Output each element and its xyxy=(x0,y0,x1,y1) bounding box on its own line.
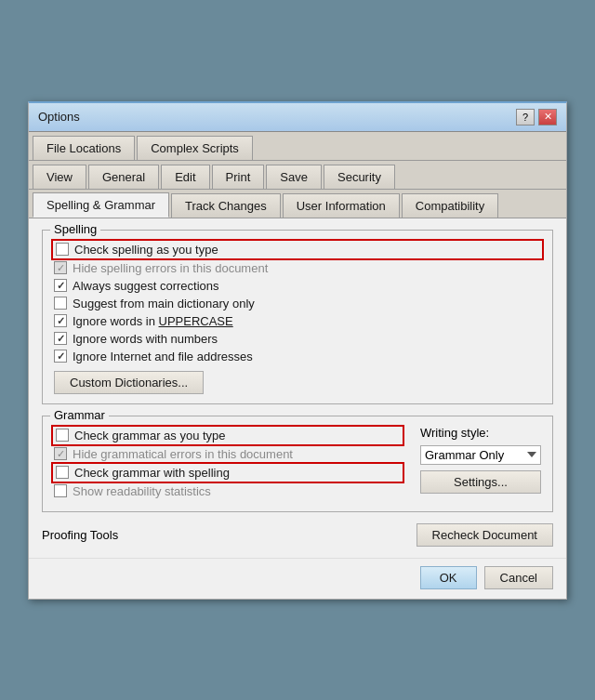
dialog-title: Options xyxy=(38,110,80,124)
tab-save[interactable]: Save xyxy=(266,165,322,189)
suggest-main-dict-label: Suggest from main dictionary only xyxy=(73,297,255,310)
tab-view[interactable]: View xyxy=(33,165,86,189)
tab-file-locations[interactable]: File Locations xyxy=(33,136,135,160)
writing-style-select[interactable]: Grammar Only xyxy=(420,445,541,465)
ignore-numbers-checkbox[interactable] xyxy=(54,332,67,345)
tab-user-information[interactable]: User Information xyxy=(283,193,400,218)
custom-dicts-button[interactable]: Custom Dictionaries... xyxy=(54,371,204,394)
ok-button[interactable]: OK xyxy=(420,566,477,589)
ignore-uppercase-row: Ignore words in UPPERCASE xyxy=(54,314,541,328)
title-bar: Options ? ✕ xyxy=(29,103,566,132)
ignore-internet-label: Ignore Internet and file addresses xyxy=(73,350,253,363)
proofing-tools-label: Proofing Tools xyxy=(42,528,118,542)
check-grammar-spelling-row: Check grammar with spelling xyxy=(54,465,402,481)
check-spelling-label: Check spelling as you type xyxy=(74,243,218,257)
recheck-document-button[interactable]: Recheck Document xyxy=(416,523,553,547)
check-spelling-row: Check spelling as you type xyxy=(54,242,541,258)
tab-compatibility[interactable]: Compatibility xyxy=(402,193,498,218)
tab-spelling-grammar[interactable]: Spelling & Grammar xyxy=(33,192,169,218)
hide-spelling-checkbox[interactable] xyxy=(54,261,67,274)
hide-spelling-row: Hide spelling errors in this document xyxy=(54,261,541,275)
check-grammar-row: Check grammar as you type xyxy=(54,428,402,443)
footer: OK Cancel xyxy=(29,558,566,599)
show-readability-row: Show readability statistics xyxy=(54,484,402,498)
writing-style-label: Writing style: xyxy=(420,426,489,440)
suggest-main-dict-row: Suggest from main dictionary only xyxy=(54,297,541,310)
tab-security[interactable]: Security xyxy=(324,165,395,189)
show-readability-checkbox[interactable] xyxy=(54,484,67,497)
tab-print[interactable]: Print xyxy=(212,165,265,189)
always-suggest-checkbox[interactable] xyxy=(54,279,67,292)
tab-edit[interactable]: Edit xyxy=(161,165,209,189)
show-readability-label: Show readability statistics xyxy=(73,484,211,498)
grammar-content: Check grammar as you type Hide grammatic… xyxy=(54,424,541,502)
ignore-numbers-label: Ignore words with numbers xyxy=(73,332,218,346)
ignore-numbers-row: Ignore words with numbers xyxy=(54,332,541,346)
grammar-left: Check grammar as you type Hide grammatic… xyxy=(54,424,402,502)
writing-style-value: Grammar Only xyxy=(425,448,504,462)
check-grammar-checkbox[interactable] xyxy=(56,429,69,442)
hide-grammar-label: Hide grammatical errors in this document xyxy=(73,447,293,461)
cancel-button[interactable]: Cancel xyxy=(484,566,553,589)
select-arrow-icon xyxy=(527,452,536,457)
grammar-group-label: Grammar xyxy=(50,408,109,422)
proofing-tools-row: Proofing Tools Recheck Document xyxy=(42,523,553,547)
options-dialog: Options ? ✕ File Locations Complex Scrip… xyxy=(28,101,567,600)
grammar-right: Writing style: Grammar Only Settings... xyxy=(420,424,541,502)
hide-grammar-row: Hide grammatical errors in this document xyxy=(54,447,402,461)
spelling-group-label: Spelling xyxy=(50,222,100,236)
hide-grammar-checkbox[interactable] xyxy=(54,447,67,460)
spelling-group: Spelling Check spelling as you type Hide… xyxy=(42,230,553,404)
close-button[interactable]: ✕ xyxy=(538,109,557,125)
help-button[interactable]: ? xyxy=(516,109,535,125)
always-suggest-label: Always suggest corrections xyxy=(73,279,219,293)
tab-general[interactable]: General xyxy=(88,165,159,189)
ignore-internet-row: Ignore Internet and file addresses xyxy=(54,350,541,363)
check-grammar-spelling-label: Check grammar with spelling xyxy=(74,466,230,480)
always-suggest-row: Always suggest corrections xyxy=(54,279,541,293)
tabs-row3: Spelling & Grammar Track Changes User In… xyxy=(29,190,566,218)
tabs-row2: View General Edit Print Save Security xyxy=(29,161,566,190)
hide-spelling-label: Hide spelling errors in this document xyxy=(73,261,268,275)
grammar-group: Grammar Check grammar as you type Hide g… xyxy=(42,416,553,512)
ignore-internet-checkbox[interactable] xyxy=(54,350,67,363)
suggest-main-dict-checkbox[interactable] xyxy=(54,297,67,310)
check-grammar-label: Check grammar as you type xyxy=(74,429,226,442)
content-area: Spelling Check spelling as you type Hide… xyxy=(29,218,566,558)
check-grammar-spelling-checkbox[interactable] xyxy=(56,466,69,479)
ignore-uppercase-checkbox[interactable] xyxy=(54,314,67,327)
ignore-uppercase-label: Ignore words in UPPERCASE xyxy=(73,314,233,328)
title-controls: ? ✕ xyxy=(516,109,557,125)
check-spelling-checkbox[interactable] xyxy=(56,243,69,256)
tab-complex-scripts[interactable]: Complex Scripts xyxy=(137,136,253,160)
settings-button[interactable]: Settings... xyxy=(420,470,541,494)
uppercase-underline: UPPERCASE xyxy=(159,314,233,328)
tabs-row1: File Locations Complex Scripts xyxy=(29,132,566,161)
tab-track-changes[interactable]: Track Changes xyxy=(171,193,281,218)
